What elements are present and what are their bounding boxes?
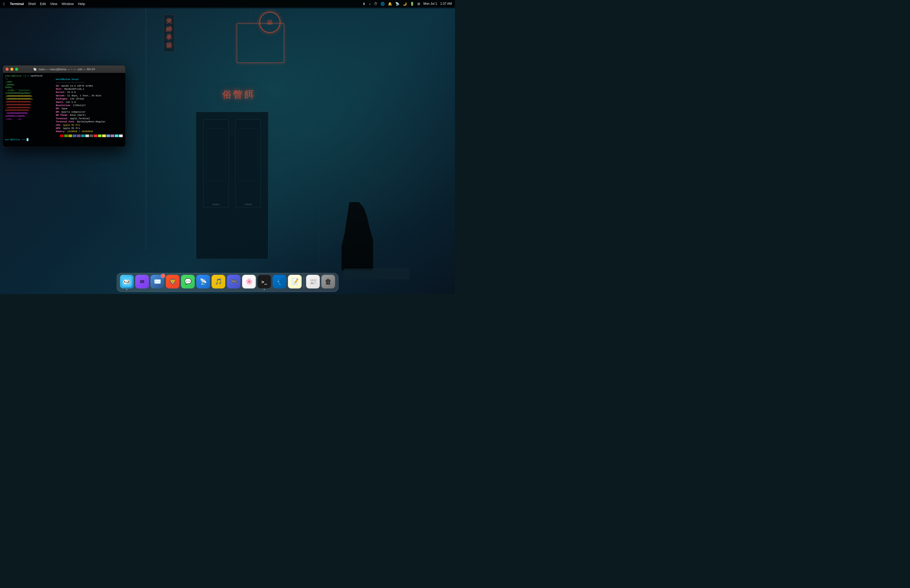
signal-icon[interactable]: 📡	[196, 275, 210, 289]
dock-item-notes[interactable]: 📝	[288, 275, 302, 290]
menubar:  Terminal Shell Edit View Window Help ⏸…	[0, 0, 455, 7]
music-icon[interactable]: ♪	[369, 2, 371, 6]
dock-item-audiorelay[interactable]: 🎵	[212, 275, 225, 290]
vscode-icon[interactable]	[273, 275, 286, 289]
nf-uptime: 11 days, 1 hour, 34 mins	[67, 94, 101, 97]
waveform-icon[interactable]: ⏸	[362, 2, 366, 6]
nf-resolution: 1728x1117	[73, 104, 86, 107]
nf-packages: 116 (brew)	[70, 98, 84, 100]
menubar-time: 1:37 AM	[440, 2, 452, 5]
color-green	[64, 134, 68, 137]
wallpaper-scene: 夾締承袋 俗瞥餌 話 自然观光 自然观光	[0, 0, 455, 294]
menubar-edit[interactable]: Edit	[40, 2, 46, 6]
color-bright-red	[94, 134, 97, 137]
nf-separator: --------------------	[56, 81, 123, 84]
nf-hostname: maru@keina.local	[56, 78, 78, 81]
terminal-icon[interactable]: >_	[257, 275, 271, 289]
menubar-help[interactable]: Help	[78, 2, 85, 6]
final-prompt-line: maru@keina ~>	[5, 138, 123, 142]
cursor	[27, 138, 28, 141]
dock-item-brave[interactable]: 🦁	[166, 275, 179, 290]
color-yellow	[68, 134, 72, 137]
color-white	[85, 134, 89, 137]
terminal-command-line: [maru@keina ~]-> neofetch	[5, 74, 123, 78]
dock-item-messages[interactable]: 💬	[181, 275, 195, 290]
terminal-window[interactable]: 🐚 maru — maru@keina — ~ — -zsh — 80×24 […	[3, 65, 126, 147]
terminal-title-text: maru — maru@keina — ~ — -zsh — 80×24	[39, 68, 95, 71]
nf-font: BerkeleyMono-Regular	[77, 121, 105, 123]
prompt-text: [maru@keina ~]	[5, 74, 26, 78]
battery-icon[interactable]: 🔋	[410, 2, 414, 6]
svg-point-2	[126, 279, 130, 284]
dock-item-photos[interactable]: 🌸	[242, 275, 256, 290]
close-button[interactable]	[5, 68, 9, 71]
nf-memory: 2328MiB / 16384MiB	[67, 130, 93, 133]
app-name-label[interactable]: Terminal	[10, 2, 24, 6]
final-prompt-text: maru@keina ~>	[5, 138, 24, 141]
nf-host: MacBookPro18,1	[64, 88, 84, 90]
neofetch-art: 'c. ,xNMM. .OMMMMo OMMM0, .;loddo:' lool…	[5, 78, 54, 137]
photos-icon[interactable]: 🌸	[242, 275, 256, 289]
color-black	[56, 134, 60, 137]
dock-item-terminal[interactable]: >_	[257, 275, 271, 290]
notification-icon[interactable]: 🔔	[388, 2, 392, 6]
nf-shell: zsh 5.9	[66, 101, 76, 104]
dock-item-discord[interactable]: 🎮	[227, 275, 241, 290]
globe-icon[interactable]: 🌐	[380, 2, 385, 6]
nf-wm-theme: Blue (Dark)	[70, 114, 86, 116]
dock-item-finder[interactable]	[120, 275, 134, 290]
menubar-left:  Terminal Shell Edit View Window Help	[3, 2, 85, 6]
neofetch-info: maru@keina.local -------------------- OS…	[56, 78, 123, 137]
color-bright-yellow	[102, 134, 106, 137]
dock-item-vscode[interactable]	[273, 275, 286, 290]
clock-icon[interactable]: ⏱	[374, 2, 377, 6]
menubar-shell[interactable]: Shell	[28, 2, 36, 6]
shell-icon: 🐚	[33, 68, 37, 71]
news-icon[interactable]: 📰	[306, 275, 320, 289]
finder-active-dot	[126, 289, 128, 290]
neofetch-output: 'c. ,xNMM. .OMMMMo OMMM0, .;loddo:' lool…	[5, 78, 123, 137]
minimize-button[interactable]	[10, 68, 13, 71]
brave-icon[interactable]: 🦁	[166, 275, 179, 289]
color-blue	[73, 134, 76, 137]
color-bright-cyan	[115, 134, 118, 137]
nf-gpu: Apple M1 Pro	[63, 127, 80, 130]
trash-icon[interactable]: 🗑	[322, 275, 335, 289]
audiorelay-icon[interactable]: 🎵	[212, 275, 225, 289]
protonmail-icon[interactable]: ✉	[135, 275, 149, 289]
nf-os: macOS 14.5 23F79 arm64	[61, 85, 93, 87]
dock-item-trash[interactable]: 🗑	[322, 275, 335, 290]
color-cyan	[81, 134, 85, 137]
color-bright-magenta	[111, 134, 114, 137]
dock-item-protonmail[interactable]: ✉	[135, 275, 149, 290]
svg-point-3	[124, 281, 125, 282]
zoom-button[interactable]	[15, 68, 18, 71]
finder-icon[interactable]	[120, 275, 134, 289]
terminal-body[interactable]: [maru@keina ~]-> neofetch 'c. ,xNMM. .OM…	[3, 73, 125, 147]
color-magenta	[77, 134, 81, 137]
wifi-icon[interactable]: 📡	[395, 2, 399, 6]
notes-icon[interactable]: 📝	[288, 275, 302, 289]
terminal-title: 🐚 maru — maru@keina — ~ — -zsh — 80×24	[33, 68, 95, 71]
nf-cpu: Apple M1 Pro	[63, 124, 80, 127]
menubar-view[interactable]: View	[50, 2, 57, 6]
dock-item-signal[interactable]: 📡	[196, 275, 210, 290]
desktop: 夾締承袋 俗瞥餌 話 自然观光 自然观光	[0, 0, 455, 294]
discord-icon[interactable]: 🎮	[227, 275, 241, 289]
menubar-window[interactable]: Window	[61, 2, 74, 6]
messages-icon[interactable]: 💬	[181, 275, 195, 289]
terminal-active-dot	[264, 289, 265, 290]
color-blocks	[56, 134, 123, 137]
color-bright-green	[98, 134, 102, 137]
dock: ✉ ✉️ 4 🦁 💬 📡 🎵 🎮 🌸 >_	[116, 273, 339, 292]
moon-icon[interactable]: 🌙	[402, 2, 407, 6]
dock-item-news[interactable]: 📰	[306, 275, 320, 290]
dock-item-mail[interactable]: ✉️ 4	[150, 275, 164, 290]
controls-icon[interactable]: ⊞	[417, 2, 420, 6]
apple-logo-icon[interactable]: 	[3, 2, 5, 6]
menubar-right: ⏸ ♪ ⏱ 🌐 🔔 📡 🌙 🔋 ⊞ Mon Jul 1 1:37 AM	[362, 2, 452, 6]
color-red	[60, 134, 64, 137]
terminal-titlebar: 🐚 maru — maru@keina — ~ — -zsh — 80×24	[3, 66, 125, 73]
svg-point-4	[128, 281, 129, 282]
color-bright-black	[89, 134, 93, 137]
